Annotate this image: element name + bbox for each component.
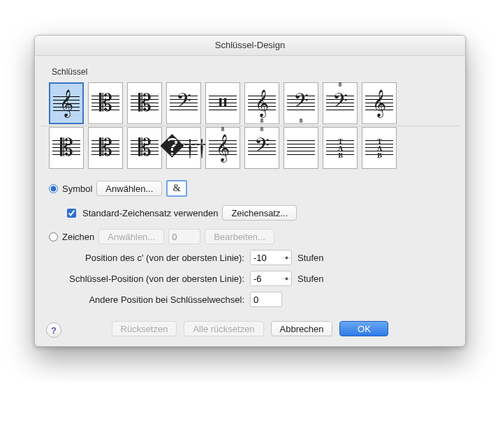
clef-baritone-c-clef[interactable]: 𝄡 bbox=[49, 127, 84, 169]
c-position-label: Position des c' (von der obersten Linie)… bbox=[49, 253, 244, 263]
clef-soprano-c-clef[interactable]: 𝄡 bbox=[127, 127, 162, 169]
clef-alto-clef[interactable]: 𝄡 bbox=[88, 82, 123, 124]
clef-treble-8va[interactable]: 𝄞8 bbox=[205, 127, 240, 169]
c-position-stepper[interactable]: ▲▼ bbox=[250, 250, 292, 265]
clef-position-label: Schlüssel-Position (von der obersten Lin… bbox=[49, 274, 244, 284]
clef-row: 𝄞𝄡𝄡𝄢𝄥𝄞8𝄢8𝄢8𝄞 bbox=[49, 82, 451, 124]
clef-percussion-2[interactable]: �†† bbox=[166, 127, 201, 169]
clef-designer-dialog: Schlüssel-Design Schlüssel 𝄞𝄡𝄡𝄢𝄥𝄞8𝄢8𝄢8𝄞𝄡… bbox=[34, 35, 466, 347]
help-icon[interactable]: ? bbox=[46, 322, 61, 338]
clef-tab-clef-serif[interactable]: TAB bbox=[362, 127, 397, 169]
clef-grid: 𝄞𝄡𝄡𝄢𝄥𝄞8𝄢8𝄢8𝄞𝄡𝄡𝄡�††𝄞8𝄢8TABTAB bbox=[49, 80, 451, 172]
clef-tab-clef[interactable]: TAB bbox=[323, 127, 358, 169]
cancel-button[interactable]: Abbrechen bbox=[271, 321, 333, 336]
clef-percussion-clef[interactable]: 𝄥 bbox=[205, 82, 240, 124]
other-position-input-box[interactable] bbox=[250, 292, 282, 307]
symbol-select-button[interactable]: Anwählen... bbox=[96, 181, 162, 196]
clef-mezzo-c-clef[interactable]: 𝄡 bbox=[88, 127, 123, 169]
clef-position-input[interactable] bbox=[251, 272, 281, 285]
clef-treble-clef[interactable]: 𝄞 bbox=[49, 82, 84, 124]
symbol-radio[interactable] bbox=[49, 184, 58, 193]
c-position-input[interactable] bbox=[251, 251, 281, 264]
zeichen-select-button: Anwählen... bbox=[98, 229, 164, 244]
clef-position-stepper[interactable]: ▲▼ bbox=[250, 271, 292, 286]
clef-bass-8va-2[interactable]: 𝄢8 bbox=[244, 127, 279, 169]
clef-bass-8va[interactable]: 𝄢8 bbox=[323, 82, 358, 124]
zeichen-radio-label: Zeichen bbox=[62, 232, 94, 242]
zeichen-value-input bbox=[169, 230, 200, 243]
use-default-charset-label: Standard-Zeichensatz verwenden bbox=[82, 208, 218, 218]
other-position-label: Andere Position bei Schlüsselwechsel: bbox=[49, 294, 244, 305]
clefs-section-label: Schlüssel bbox=[49, 67, 451, 77]
clef-position-unit: Stufen bbox=[297, 274, 324, 284]
reset-all-button: Alle rücksetzen bbox=[184, 321, 263, 336]
window-title: Schlüssel-Design bbox=[35, 36, 465, 56]
clef-blank-clef[interactable] bbox=[284, 127, 318, 169]
clef-treble-8vb[interactable]: 𝄞8 bbox=[244, 82, 279, 124]
charset-button[interactable]: Zeichensatz... bbox=[222, 205, 297, 221]
ok-button[interactable]: OK bbox=[339, 321, 388, 336]
clef-tenor-c-clef[interactable]: 𝄡 bbox=[127, 82, 162, 124]
clef-treble-french[interactable]: 𝄞 bbox=[362, 82, 397, 124]
clef-row: 𝄡𝄡𝄡�††𝄞8𝄢8TABTAB bbox=[49, 127, 451, 169]
clef-bass-8vb[interactable]: 𝄢8 bbox=[284, 82, 318, 124]
symbol-preview[interactable]: & bbox=[166, 180, 187, 197]
symbol-radio-label: Symbol bbox=[62, 184, 92, 194]
use-default-charset-checkbox[interactable] bbox=[67, 209, 76, 218]
zeichen-edit-button: Bearbeiten... bbox=[205, 229, 274, 244]
zeichen-radio[interactable] bbox=[49, 232, 58, 241]
other-position-input[interactable] bbox=[251, 293, 281, 306]
reset-button: Rücksetzen bbox=[112, 321, 177, 336]
clef-bass-clef[interactable]: 𝄢 bbox=[166, 82, 201, 124]
c-position-unit: Stufen bbox=[297, 253, 324, 263]
